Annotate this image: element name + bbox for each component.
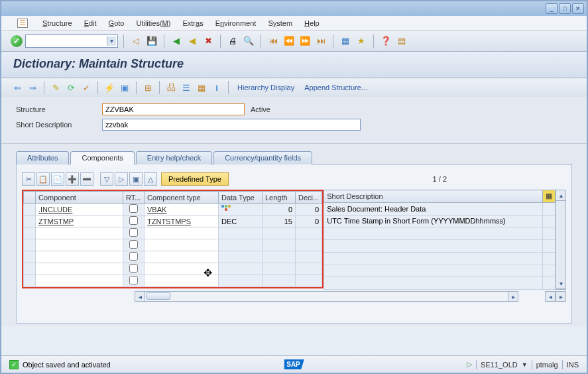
command-field[interactable]: ▾ bbox=[25, 34, 118, 48]
status-tcode: SE11_OLD bbox=[481, 361, 518, 369]
menu-utilities[interactable]: Utilities(M) bbox=[136, 19, 170, 27]
length-cell: 15 bbox=[263, 216, 296, 227]
find-icon[interactable]: 🔍 bbox=[242, 34, 255, 48]
description-column: Short Description▦ Sales Document: Heade… bbox=[323, 190, 556, 290]
comptype-cell[interactable]: TZNTSTMPS bbox=[145, 218, 191, 225]
component-cell[interactable]: ZTMSTMP bbox=[36, 218, 74, 225]
copy-icon[interactable]: 📋 bbox=[36, 172, 50, 186]
nav-forward-icon[interactable]: ⇒ bbox=[26, 81, 39, 94]
horizontal-scrollbar[interactable]: ◂ ▸ ◂ ▸ bbox=[22, 291, 566, 302]
nav-back-icon[interactable]: ⇐ bbox=[11, 81, 24, 94]
menu-system[interactable]: System bbox=[268, 19, 292, 27]
where-used-icon[interactable]: ▣ bbox=[118, 81, 131, 94]
maximize-button[interactable]: □ bbox=[559, 3, 571, 14]
back-green-icon[interactable]: ◀ bbox=[170, 34, 183, 48]
comptype-cell[interactable]: VBAK bbox=[145, 206, 166, 214]
rt-checkbox[interactable] bbox=[129, 204, 138, 213]
predefined-type-button[interactable]: Predefined Type bbox=[161, 172, 229, 186]
save-icon[interactable]: 💾 bbox=[145, 34, 158, 48]
exit-icon[interactable]: ◀ bbox=[186, 34, 199, 48]
rt-checkbox[interactable] bbox=[129, 276, 138, 284]
tree-icon[interactable]: ☰ bbox=[180, 81, 193, 94]
menu-extras[interactable]: Extras bbox=[182, 19, 203, 27]
col-datatype[interactable]: Data Type bbox=[219, 192, 263, 204]
table-row[interactable]: ZTMSTMP TZNTSTMPS DEC 15 0 bbox=[24, 216, 322, 227]
table-row[interactable] bbox=[24, 263, 322, 275]
back-icon[interactable]: ◁ bbox=[129, 34, 143, 48]
deselect-icon[interactable]: △ bbox=[144, 172, 157, 186]
component-cell[interactable]: .INCLUDE bbox=[36, 206, 72, 214]
rt-checkbox[interactable] bbox=[129, 252, 138, 261]
expand-icon[interactable]: ▽ bbox=[100, 172, 113, 186]
titlebar: _ □ ✕ bbox=[1, 1, 587, 16]
col-comptype[interactable]: Component type bbox=[145, 192, 219, 204]
menu-goto[interactable]: Goto bbox=[109, 19, 125, 27]
hierarchy-display-link[interactable]: Hierarchy Display bbox=[233, 82, 298, 93]
menu-help[interactable]: Help bbox=[304, 19, 320, 27]
first-page-icon[interactable]: ⏮ bbox=[266, 34, 280, 48]
info-icon[interactable]: i bbox=[210, 81, 223, 94]
cancel-icon[interactable]: ✖ bbox=[202, 34, 215, 48]
shortcut-icon[interactable]: ★ bbox=[355, 34, 368, 48]
structure-field[interactable]: ZZVBAK bbox=[102, 103, 245, 115]
col-shortdesc[interactable]: Short Description bbox=[324, 190, 543, 203]
table-row[interactable]: .INCLUDE VBAK 0 0 bbox=[24, 204, 322, 216]
check-icon[interactable]: ✓ bbox=[80, 81, 93, 94]
col-component[interactable]: Component bbox=[36, 192, 123, 204]
append-icon[interactable]: ▦ bbox=[195, 81, 208, 94]
tab-attributes[interactable]: Attributes bbox=[16, 151, 69, 164]
vertical-scrollbar[interactable]: ▴ ▾ bbox=[556, 190, 566, 290]
new-session-icon[interactable]: ▦ bbox=[339, 34, 352, 48]
last-page-icon[interactable]: ⏭ bbox=[314, 34, 327, 48]
pager: 1 / 2 bbox=[433, 175, 447, 183]
status-text: Active bbox=[251, 105, 270, 113]
paste-icon[interactable]: 📄 bbox=[51, 172, 64, 186]
select-all-icon[interactable]: ▣ bbox=[129, 172, 143, 186]
rt-checkbox[interactable] bbox=[129, 264, 138, 273]
collapse-icon[interactable]: ▷ bbox=[115, 172, 128, 186]
print-icon[interactable]: 🖨 bbox=[226, 34, 239, 48]
col-rt[interactable]: RT... bbox=[123, 192, 145, 204]
cut-icon[interactable]: ✂ bbox=[22, 172, 35, 186]
prev-page-icon[interactable]: ⏪ bbox=[282, 34, 296, 48]
other-object-icon[interactable]: ⟳ bbox=[64, 81, 78, 94]
menu-structure[interactable]: Structure bbox=[42, 19, 72, 27]
activate-icon[interactable]: ⚡ bbox=[103, 81, 116, 94]
hier-icon[interactable]: ⊞ bbox=[141, 81, 154, 94]
length-cell: 0 bbox=[263, 204, 296, 216]
col-dec[interactable]: Deci... bbox=[296, 192, 322, 204]
help-icon[interactable]: ❓ bbox=[379, 34, 392, 48]
menu-environment[interactable]: Environment bbox=[215, 19, 257, 27]
table-row[interactable] bbox=[24, 275, 322, 287]
append-structure-link[interactable]: Append Structure... bbox=[300, 82, 371, 93]
layout-icon[interactable]: ▤ bbox=[395, 34, 408, 48]
col-length[interactable]: Length bbox=[263, 192, 296, 204]
table-row[interactable] bbox=[24, 239, 322, 251]
status-message: Object saved and activated bbox=[23, 361, 111, 369]
menu-edit[interactable]: Edit bbox=[84, 19, 97, 27]
tab-components[interactable]: Components bbox=[70, 151, 134, 164]
tab-currency[interactable]: Currency/quantity fields bbox=[213, 151, 312, 164]
tab-entry-help[interactable]: Entry help/check bbox=[136, 151, 212, 164]
rt-checkbox[interactable] bbox=[129, 216, 138, 225]
delete-row-icon[interactable]: ➖ bbox=[80, 172, 93, 186]
table-row[interactable] bbox=[24, 227, 322, 239]
status-mode: INS bbox=[567, 361, 579, 369]
f4-icon[interactable] bbox=[221, 205, 231, 212]
rt-checkbox[interactable] bbox=[129, 240, 138, 249]
short-description-field[interactable]: zzvbak bbox=[102, 119, 361, 131]
insert-row-icon[interactable]: ➕ bbox=[66, 172, 79, 186]
table-row[interactable] bbox=[24, 251, 322, 263]
graphic-icon[interactable]: 品 bbox=[164, 81, 178, 94]
rt-checkbox[interactable] bbox=[129, 228, 138, 237]
dec-cell: 0 bbox=[296, 216, 322, 227]
close-button[interactable]: ✕ bbox=[572, 3, 584, 14]
minimize-button[interactable]: _ bbox=[546, 3, 558, 14]
page-title: Dictionary: Maintain Structure bbox=[13, 57, 575, 71]
app-toolbar: ⇐ ⇒ ✎ ⟳ ✓ ⚡ ▣ ⊞ 品 ☰ ▦ i Hierarchy Displa… bbox=[1, 78, 587, 97]
status-success-icon: ✓ bbox=[9, 360, 19, 369]
display-change-icon[interactable]: ✎ bbox=[49, 81, 62, 94]
enter-button[interactable]: ✓ bbox=[11, 35, 23, 47]
next-page-icon[interactable]: ⏩ bbox=[298, 34, 312, 48]
menu-icon[interactable]: ☰ bbox=[17, 19, 28, 28]
